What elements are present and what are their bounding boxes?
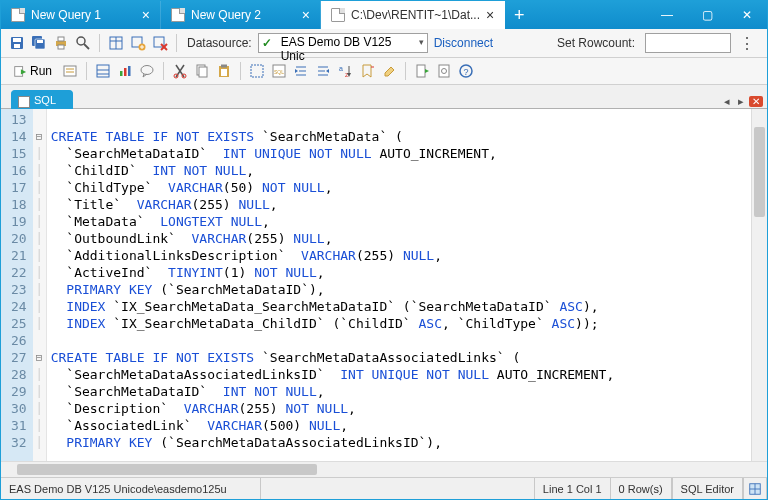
status-position: Line 1 Col 1 xyxy=(534,478,610,499)
separator xyxy=(240,62,241,80)
window-controls: — ▢ ✕ xyxy=(647,1,767,29)
indent-icon[interactable] xyxy=(291,61,311,81)
svg-rect-8 xyxy=(58,45,64,49)
save-all-icon[interactable] xyxy=(29,33,49,53)
tab-close-icon[interactable]: × xyxy=(486,8,494,22)
clear-icon[interactable] xyxy=(379,61,399,81)
scroll-thumb[interactable] xyxy=(754,127,765,217)
svg-rect-7 xyxy=(58,37,64,41)
new-table-icon[interactable] xyxy=(128,33,148,53)
rowcount-input[interactable] xyxy=(645,33,731,53)
help-icon[interactable]: ? xyxy=(456,61,476,81)
export-icon[interactable] xyxy=(412,61,432,81)
save-icon[interactable] xyxy=(7,33,27,53)
titlebar: New Query 1 × New Query 2 × C:\Dev\RENTI… xyxy=(1,1,767,29)
select-all-icon[interactable] xyxy=(247,61,267,81)
datasource-label: Datasource: xyxy=(187,36,252,50)
svg-point-9 xyxy=(77,37,85,45)
svg-line-10 xyxy=(84,44,89,49)
explain-icon[interactable] xyxy=(60,61,80,81)
tab-query-2[interactable]: New Query 2 × xyxy=(161,1,321,29)
toolbar-main: Datasource: ✓ EAS Demo DB V125 Unic ▾ Di… xyxy=(1,29,767,58)
tab-close-icon[interactable]: × xyxy=(302,8,310,22)
svg-rect-60 xyxy=(439,65,449,77)
svg-rect-40 xyxy=(221,65,227,68)
doc-icon xyxy=(331,8,345,22)
bookmark-icon[interactable] xyxy=(357,61,377,81)
chart-icon[interactable] xyxy=(115,61,135,81)
editor-tab-controls: ◂ ▸ ✕ xyxy=(721,95,767,108)
tab-label: C:\Dev\RENTIT~1\Dat... xyxy=(351,8,480,22)
doc-icon xyxy=(11,8,25,22)
doc-icon xyxy=(171,8,185,22)
svg-rect-31 xyxy=(128,66,131,76)
tables-icon[interactable] xyxy=(106,33,126,53)
settings-icon[interactable] xyxy=(434,61,454,81)
disconnect-link[interactable]: Disconnect xyxy=(434,36,493,50)
run-label: Run xyxy=(30,64,52,78)
tab-label: New Query 1 xyxy=(31,8,101,22)
paste-icon[interactable] xyxy=(214,61,234,81)
separator xyxy=(176,34,177,52)
check-icon: ✓ xyxy=(262,36,272,50)
svg-marker-52 xyxy=(326,69,329,73)
editor-tab-strip: SQL ◂ ▸ ✕ xyxy=(1,85,767,109)
sort-az-icon[interactable]: az xyxy=(335,61,355,81)
minimize-button[interactable]: — xyxy=(647,1,687,29)
run-button[interactable]: Run xyxy=(7,62,58,80)
chevron-down-icon: ▾ xyxy=(419,37,424,47)
scroll-right-icon[interactable]: ▸ xyxy=(735,95,747,108)
svg-marker-48 xyxy=(295,69,298,73)
horizontal-scrollbar[interactable] xyxy=(1,461,767,477)
svg-rect-1 xyxy=(13,38,21,42)
maximize-button[interactable]: ▢ xyxy=(687,1,727,29)
scroll-thumb[interactable] xyxy=(17,464,317,475)
rowcount-label: Set Rowcount: xyxy=(557,36,635,50)
svg-rect-42 xyxy=(251,65,263,77)
search-icon[interactable] xyxy=(73,33,93,53)
close-editor-icon[interactable]: ✕ xyxy=(749,96,763,107)
svg-rect-38 xyxy=(199,67,207,77)
comment-icon[interactable] xyxy=(137,61,157,81)
svg-marker-59 xyxy=(425,69,429,73)
scroll-left-icon[interactable]: ◂ xyxy=(721,95,733,108)
vertical-scrollbar[interactable] xyxy=(751,109,767,461)
svg-marker-22 xyxy=(21,69,26,74)
svg-rect-29 xyxy=(120,71,123,76)
status-rowcount: 0 Row(s) xyxy=(610,478,672,499)
print-icon[interactable] xyxy=(51,33,71,53)
separator xyxy=(405,62,406,80)
results-grid-icon[interactable] xyxy=(93,61,113,81)
outdent-icon[interactable] xyxy=(313,61,333,81)
overflow-menu-icon[interactable]: ⋮ xyxy=(733,34,761,53)
code-editor[interactable]: 1314151617181920212223242526272829303132… xyxy=(1,109,767,461)
separator xyxy=(99,34,100,52)
tab-close-icon[interactable]: × xyxy=(142,8,150,22)
drop-table-icon[interactable] xyxy=(150,33,170,53)
copy-icon[interactable] xyxy=(192,61,212,81)
sql-icon[interactable]: SQL xyxy=(269,61,289,81)
new-tab-button[interactable]: + xyxy=(505,1,533,29)
tab-file[interactable]: C:\Dev\RENTIT~1\Dat... × xyxy=(321,1,505,29)
datasource-select[interactable]: ✓ EAS Demo DB V125 Unic ▾ xyxy=(258,33,428,53)
tab-query-1[interactable]: New Query 1 × xyxy=(1,1,161,29)
status-bar: EAS Demo DB V125 Unicode\easdemo125u Lin… xyxy=(1,477,767,499)
svg-rect-58 xyxy=(417,65,425,77)
svg-rect-5 xyxy=(37,40,43,43)
svg-rect-30 xyxy=(124,68,127,76)
tab-label: New Query 2 xyxy=(191,8,261,22)
line-gutter: 1314151617181920212223242526272829303132 xyxy=(1,109,33,461)
status-mode: SQL Editor xyxy=(672,478,743,499)
close-button[interactable]: ✕ xyxy=(727,1,767,29)
svg-rect-41 xyxy=(221,69,227,76)
svg-text:a: a xyxy=(339,65,343,72)
status-grid-icon[interactable] xyxy=(743,478,767,499)
cut-icon[interactable] xyxy=(170,61,190,81)
code-content[interactable]: CREATE TABLE IF NOT EXISTS `SearchMetaDa… xyxy=(47,109,751,461)
svg-rect-23 xyxy=(64,66,76,76)
svg-text:SQL: SQL xyxy=(274,69,284,75)
svg-rect-2 xyxy=(14,44,20,48)
fold-gutter[interactable]: ⊟│││││││││││⊟│││││ xyxy=(33,109,47,461)
svg-rect-26 xyxy=(97,65,109,77)
editor-tab-sql[interactable]: SQL xyxy=(11,90,73,109)
